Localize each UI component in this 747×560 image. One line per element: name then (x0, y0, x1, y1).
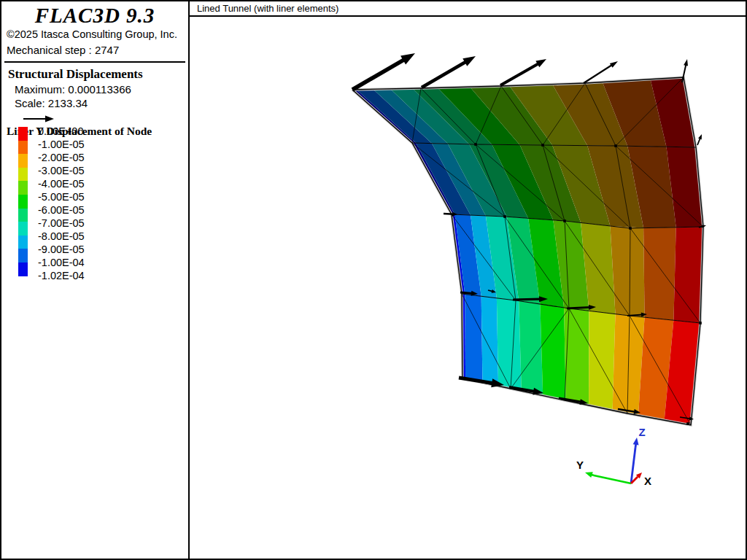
mesh-node-tick (686, 422, 689, 425)
vector-arrow-head (400, 53, 415, 65)
vector-arrow-head (610, 61, 618, 68)
contour-band (465, 295, 482, 383)
model-viewport[interactable]: Z Y X (1, 1, 747, 560)
vector-arrow-shaft (500, 63, 539, 85)
vector-arrow-shaft (513, 299, 541, 300)
y-axis-label: Y (576, 459, 584, 471)
vector-arrow-head (585, 472, 593, 478)
vector-arrow-head (535, 59, 546, 67)
vector-arrow-shaft (444, 214, 454, 214)
contour-band (589, 311, 615, 410)
contour-band (497, 298, 522, 391)
vector-arrow-head (462, 56, 476, 66)
vector-arrow-head (698, 134, 702, 139)
axis-line (594, 475, 631, 483)
axis-triad: Z Y X (576, 426, 651, 487)
contour-band (673, 227, 703, 323)
vector-arrow-shaft (352, 60, 404, 90)
mesh-node-tick (614, 144, 617, 147)
vector-arrow-shaft (460, 292, 473, 293)
mesh-node-tick (474, 143, 477, 146)
displacement-contour-mesh (352, 77, 703, 425)
vector-arrow-head (684, 59, 688, 66)
axis-triad-arrows (585, 438, 642, 483)
contour-band (481, 296, 498, 386)
mesh-node-tick (563, 219, 566, 222)
mesh-node-tick (629, 227, 632, 230)
flac3d-window: FLAC3D 9.3 ©2025 Itasca Consulting Group… (0, 0, 747, 560)
x-axis-label: X (644, 475, 651, 487)
vector-arrow-shaft (584, 65, 612, 83)
contour-band (611, 226, 645, 317)
contour-band (643, 228, 676, 321)
z-axis-label: Z (638, 426, 645, 438)
vector-arrow-shaft (567, 307, 590, 308)
vector-arrow-shaft (422, 62, 466, 88)
axis-line (631, 448, 635, 483)
contour-band (519, 301, 543, 396)
mesh-node-tick (541, 144, 544, 147)
mesh-node-tick (699, 322, 702, 324)
vector-arrow-head (633, 438, 639, 445)
mesh-node-tick (503, 215, 506, 218)
contour-band (540, 304, 565, 400)
